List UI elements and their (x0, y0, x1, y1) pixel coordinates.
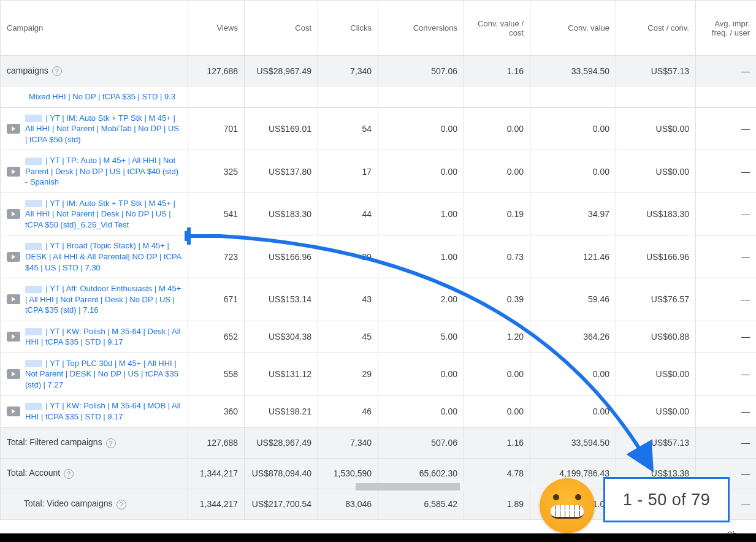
campaign-link[interactable]: | YT | TP: Auto | M 45+ | All HHI | Not … (25, 155, 183, 188)
col-views[interactable]: Views (188, 1, 245, 56)
cell-cv: 0.00 (530, 107, 616, 150)
cell-conversions: 5.00 (378, 321, 464, 353)
cell-views: 1,344,217 (188, 489, 245, 519)
table-row[interactable]: | YT | Aff: Outdoor Enthusiasts | M 45+ … (1, 278, 757, 321)
cell-aif: — (696, 321, 757, 353)
table-row[interactable]: | YT | KW: Polish | M 35-64 | MOB | All … (1, 395, 757, 427)
cell-cpc: US$0.00 (616, 395, 696, 427)
col-clicks[interactable]: Clicks (318, 1, 378, 56)
redacted-badge (25, 286, 42, 293)
cell-conversions: 0.00 (378, 107, 464, 150)
cell-cv: 59.46 (530, 278, 616, 321)
col-campaign[interactable]: Campaign (1, 1, 188, 56)
cell-views: 671 (188, 278, 245, 321)
video-icon (7, 332, 20, 342)
video-icon (7, 369, 20, 379)
video-icon (7, 406, 20, 416)
cell-views: 541 (188, 193, 245, 235)
cell-cost: US$131.12 (245, 353, 318, 395)
campaign-link[interactable]: | YT | KW: Polish | M 35-64 | MOB | All … (25, 400, 183, 422)
redacted-badge (25, 403, 42, 410)
cell-conversions: 1.00 (378, 235, 464, 278)
total-label: Total: Filtered campaigns (7, 437, 102, 447)
cell-aif: — (696, 278, 757, 321)
campaign-link[interactable]: | YT | Broad (Topic Stack) | M 45+ | DES… (25, 240, 183, 273)
campaign-link[interactable]: | YT | Top PLC 30d | M 45+ | All HHI | N… (25, 358, 183, 391)
campaign-link[interactable]: Mixed HHI | No DP | tCPA $35 | STD | 9.3 (29, 91, 175, 102)
cell-cvc: 0.00 (464, 353, 530, 395)
cell-cost: US$217,700.54 (245, 489, 318, 519)
cell-cpc: US$60.88 (616, 321, 696, 353)
cell-cvc: 1.20 (464, 321, 530, 353)
horizontal-scroll-thumb[interactable] (356, 483, 460, 490)
cell-clicks: 54 (318, 107, 378, 150)
cell-views: 652 (188, 321, 245, 353)
table-row[interactable]: | YT | Broad (Topic Stack) | M 45+ | DES… (1, 235, 757, 278)
redacted-badge (25, 115, 42, 122)
cell-cpc: US$76.57 (616, 278, 696, 321)
cell-clicks: 29 (318, 353, 378, 395)
help-icon[interactable] (116, 500, 126, 510)
total-label: Total: Video campaigns (24, 498, 113, 508)
help-icon[interactable] (106, 438, 116, 448)
cell-views: 558 (188, 353, 245, 395)
col-conv-value[interactable]: Conv. value (530, 1, 616, 56)
campaign-link[interactable]: | YT | IM: Auto Stk + TP Stk | M 45+ | A… (25, 113, 183, 145)
table-header-row: Campaign Views Cost Clicks Conversions C… (1, 1, 757, 56)
cell-cvc: 1.89 (464, 489, 530, 519)
help-icon[interactable] (52, 66, 62, 76)
table-row[interactable]: | YT | TP: Auto | M 45+ | All HHI | Not … (1, 150, 757, 193)
campaign-link[interactable]: | YT | Aff: Outdoor Enthusiasts | M 45+ … (25, 283, 183, 316)
help-icon[interactable] (64, 469, 74, 479)
col-conv-value-cost[interactable]: Conv. value / cost (464, 1, 530, 56)
cell-cv: 0.00 (530, 395, 616, 427)
subheader-label: campaigns (1, 56, 188, 86)
subheader-clicks: 7,340 (318, 56, 378, 86)
table-row[interactable]: | YT | IM: Auto Stk + TP Stk | M 45+ | A… (1, 107, 757, 150)
cell-aif: — (696, 107, 757, 150)
subheader-views: 127,688 (188, 56, 245, 86)
campaign-link[interactable]: | YT | IM: Auto Stk + TP Stk | M 45+ | A… (25, 198, 183, 231)
table-row-partial[interactable]: Mixed HHI | No DP | tCPA $35 | STD | 9.3 (1, 86, 757, 108)
cell-conversions: 507.06 (378, 427, 464, 458)
cell-cpc: US$166.96 (616, 235, 696, 278)
video-icon (7, 252, 20, 262)
video-icon (7, 124, 20, 134)
footer-black-bar (0, 533, 756, 542)
redacted-badge (25, 243, 42, 250)
col-avg-impr-freq[interactable]: Avg. impr. freq. / user (696, 1, 757, 56)
cell-cost: US$304.38 (245, 321, 318, 353)
cell-cvc: 1.16 (464, 427, 530, 458)
cell-cost: US$169.01 (245, 107, 318, 150)
cell-views: 701 (188, 107, 245, 150)
cell-cost: US$137.80 (245, 150, 318, 193)
cell-cvc: 0.00 (464, 107, 530, 150)
cell-clicks: 29 (318, 235, 378, 278)
cell-cpc: US$0.00 (616, 107, 696, 150)
redacted-badge (25, 328, 42, 335)
table-row[interactable]: | YT | KW: Polish | M 35-64 | Desk | All… (1, 321, 757, 353)
cell-cpc: US$0.00 (616, 150, 696, 193)
table-row[interactable]: | YT | IM: Auto Stk + TP Stk | M 45+ | A… (1, 193, 757, 235)
table-row[interactable]: | YT | Top PLC 30d | M 45+ | All HHI | N… (1, 353, 757, 395)
redacted-badge (25, 158, 42, 165)
subheader-cv: 33,594.50 (530, 56, 616, 86)
cell-cv: 121.46 (530, 235, 616, 278)
col-conversions[interactable]: Conversions (378, 1, 464, 56)
cell-conversions: 0.00 (378, 150, 464, 193)
col-cost[interactable]: Cost (245, 1, 318, 56)
campaign-table: Campaign Views Cost Clicks Conversions C… (0, 0, 756, 520)
cell-clicks: 7,340 (318, 427, 378, 458)
cell-cv: 34.97 (530, 193, 616, 235)
subheader-row: campaigns 127,688 US$28,967.49 7,340 507… (1, 56, 757, 86)
video-icon (7, 167, 20, 177)
campaign-table-container: Campaign Views Cost Clicks Conversions C… (0, 0, 756, 542)
redacted-badge (25, 200, 42, 207)
cell-cvc: 0.73 (464, 235, 530, 278)
col-cost-per-conv[interactable]: Cost / conv. (616, 1, 696, 56)
campaign-link[interactable]: | YT | KW: Polish | M 35-64 | Desk | All… (25, 326, 183, 348)
cell-aif: — (696, 150, 757, 193)
cell-clicks: 83,046 (318, 489, 378, 519)
subheader-conversions: 507.06 (378, 56, 464, 86)
subheader-cpc: US$57.13 (616, 56, 696, 86)
